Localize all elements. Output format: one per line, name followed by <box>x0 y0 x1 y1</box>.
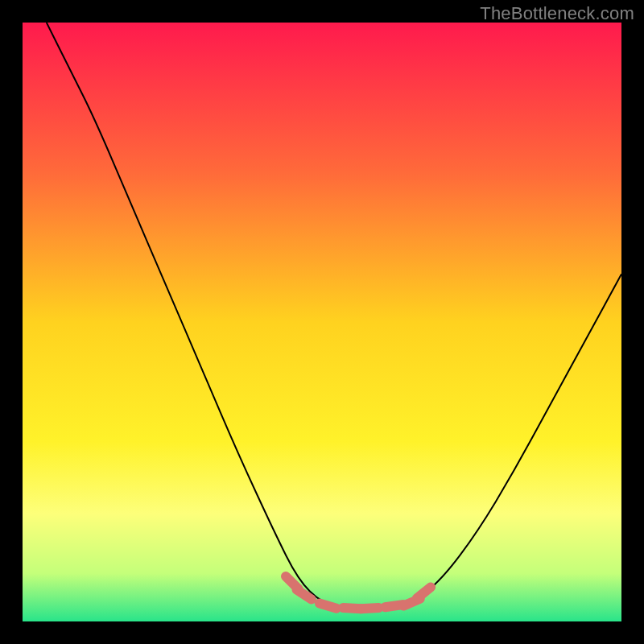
chart-container: TheBottleneck.com <box>0 0 644 644</box>
plot-area <box>23 23 621 621</box>
watermark-text: TheBottleneck.com <box>480 3 634 24</box>
marker-dash <box>320 604 336 609</box>
gradient-background <box>23 23 621 621</box>
marker-dash <box>361 608 379 609</box>
chart-svg <box>23 23 621 621</box>
